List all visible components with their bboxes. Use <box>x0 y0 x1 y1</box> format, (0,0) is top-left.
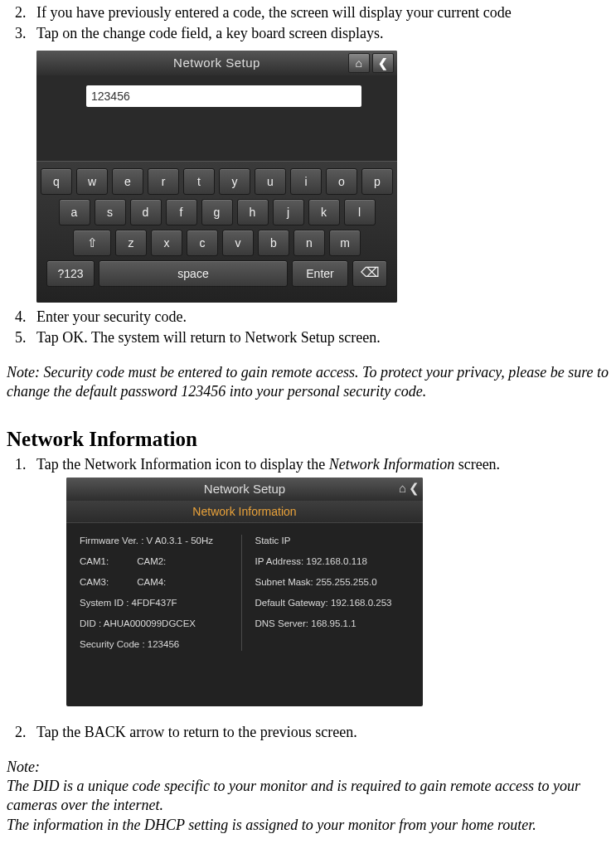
key-m[interactable]: m <box>329 230 361 256</box>
key-c[interactable]: c <box>187 230 218 256</box>
key-f[interactable]: f <box>166 199 197 225</box>
key-space[interactable]: space <box>99 260 288 287</box>
ni-right-column: Static IP IP Address: 192.168.0.118 Subn… <box>242 535 410 651</box>
step-3: Tap on the change code field, a key boar… <box>30 24 609 43</box>
key-delete[interactable]: ⌫ <box>352 260 387 287</box>
key-a[interactable]: a <box>59 199 90 225</box>
key-s[interactable]: s <box>95 199 126 225</box>
key-t[interactable]: t <box>183 168 215 195</box>
key-d[interactable]: d <box>130 199 162 225</box>
step-2: If you have previously entered a code, t… <box>30 3 609 22</box>
security-code: Security Code : 123456 <box>80 638 235 651</box>
ni-step-1-pre: Tap the Network Information icon to disp… <box>36 456 329 473</box>
title-bar: Network Setup ⌂ ❮ <box>36 51 397 75</box>
keyboard-screenshot: Network Setup ⌂ ❮ q w e r t y u i o p a … <box>36 51 397 303</box>
instruction-list-d: Tap the BACK arrow to return to the prev… <box>7 723 609 742</box>
key-o[interactable]: o <box>326 168 357 195</box>
ni-title-bar: Network Setup ⌂ ❮ <box>66 478 423 501</box>
default-gateway: Default Gateway: 192.168.0.253 <box>255 597 410 609</box>
key-v[interactable]: v <box>222 230 254 256</box>
key-j[interactable]: j <box>273 199 304 225</box>
key-b[interactable]: b <box>258 230 289 256</box>
subnet-mask: Subnet Mask: 255.255.255.0 <box>255 576 410 589</box>
ip-mode: Static IP <box>255 535 410 547</box>
key-k[interactable]: k <box>308 199 340 225</box>
cam4-label: CAM4: <box>137 576 166 589</box>
key-u[interactable]: u <box>255 168 286 195</box>
cam3-label: CAM3: <box>80 576 109 589</box>
cam1-label: CAM1: <box>80 555 109 568</box>
note-security-code: Note: Security code must be entered to g… <box>7 363 609 402</box>
key-e[interactable]: e <box>112 168 143 195</box>
key-q[interactable]: q <box>41 168 72 195</box>
ip-address: IP Address: 192.168.0.118 <box>255 555 410 568</box>
step-5: Tap OK. The system will return to Networ… <box>30 328 609 347</box>
ni-step-2: Tap the BACK arrow to return to the prev… <box>30 723 609 742</box>
key-n[interactable]: n <box>293 230 325 256</box>
key-y[interactable]: y <box>219 168 250 195</box>
key-g[interactable]: g <box>201 199 233 225</box>
firmware-version: Firmware Ver. : V A0.3.1 - 50Hz <box>80 535 235 547</box>
instruction-list-c: Tap the Network Information icon to disp… <box>7 455 609 706</box>
screen-title: Network Setup <box>173 55 260 71</box>
home-icon[interactable]: ⌂ <box>348 53 370 73</box>
key-x[interactable]: x <box>151 230 182 256</box>
note-dhcp: The information in the DHCP setting is a… <box>7 816 609 835</box>
section-heading-network-information: Network Information <box>7 426 609 453</box>
step-4: Enter your security code. <box>30 308 609 327</box>
code-input[interactable] <box>86 85 361 107</box>
key-enter[interactable]: Enter <box>292 260 348 287</box>
dns-server: DNS Server: 168.95.1.1 <box>255 618 410 630</box>
ni-screen-title: Network Setup <box>204 481 285 497</box>
key-w[interactable]: w <box>76 168 108 195</box>
key-i[interactable]: i <box>290 168 322 195</box>
key-r[interactable]: r <box>148 168 179 195</box>
ni-subtitle: Network Information <box>66 501 423 523</box>
key-shift[interactable]: ⇧ <box>73 230 111 256</box>
note-network-info: Note: The DID is a unique code specific … <box>7 758 609 836</box>
instruction-list-a: If you have previously entered a code, t… <box>7 3 609 44</box>
ni-step-1-post: screen. <box>454 456 500 473</box>
did: DID : AHUA000099DGCEX <box>80 618 235 630</box>
network-info-screenshot: Network Setup ⌂ ❮ Network Information Fi… <box>66 478 423 706</box>
ni-step-1-em: Network Information <box>329 456 455 473</box>
note-did: The DID is a unique code specific to you… <box>7 777 609 816</box>
onscreen-keyboard: q w e r t y u i o p a s d f g h j k l ⇧ … <box>36 161 397 303</box>
ni-step-1: Tap the Network Information icon to disp… <box>30 455 609 706</box>
key-z[interactable]: z <box>115 230 147 256</box>
cam2-label: CAM2: <box>137 555 166 568</box>
back-icon[interactable]: ❮ <box>409 480 420 497</box>
key-p[interactable]: p <box>361 168 393 195</box>
key-numbers[interactable]: ?123 <box>46 260 95 287</box>
home-icon[interactable]: ⌂ <box>399 480 406 497</box>
key-h[interactable]: h <box>237 199 269 225</box>
note-label: Note: <box>7 758 609 777</box>
back-icon[interactable]: ❮ <box>372 53 394 73</box>
key-l[interactable]: l <box>344 199 376 225</box>
ni-left-column: Firmware Ver. : V A0.3.1 - 50Hz CAM1: CA… <box>80 535 241 651</box>
system-id: System ID : 4FDF437F <box>80 597 235 609</box>
instruction-list-b: Enter your security code. Tap OK. The sy… <box>7 308 609 348</box>
